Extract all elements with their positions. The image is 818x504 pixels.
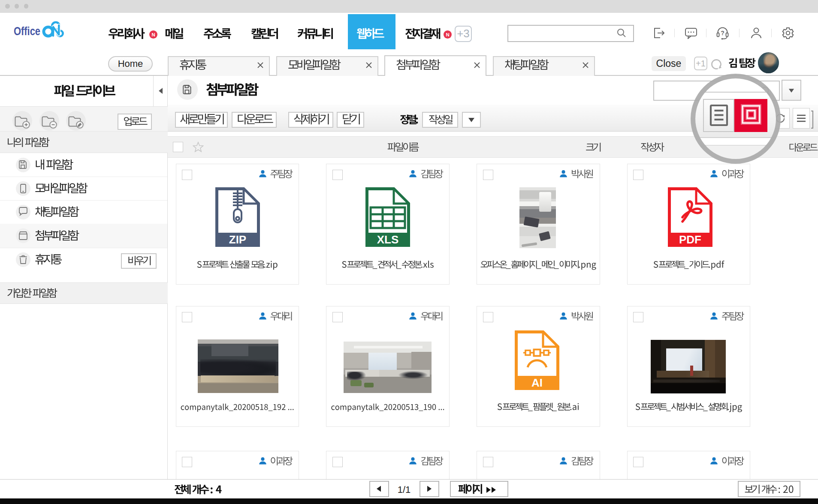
- svg-text:N: N: [151, 32, 155, 37]
- svg-text:AI: AI: [531, 376, 543, 389]
- svg-text:ZIP: ZIP: [229, 233, 246, 246]
- svg-text:XLS: XLS: [377, 233, 398, 246]
- svg-text:PDF: PDF: [679, 233, 701, 246]
- svg-text:N: N: [446, 32, 449, 37]
- svg-text:?: ?: [721, 30, 724, 36]
- svg-text:Office: Office: [14, 24, 40, 38]
